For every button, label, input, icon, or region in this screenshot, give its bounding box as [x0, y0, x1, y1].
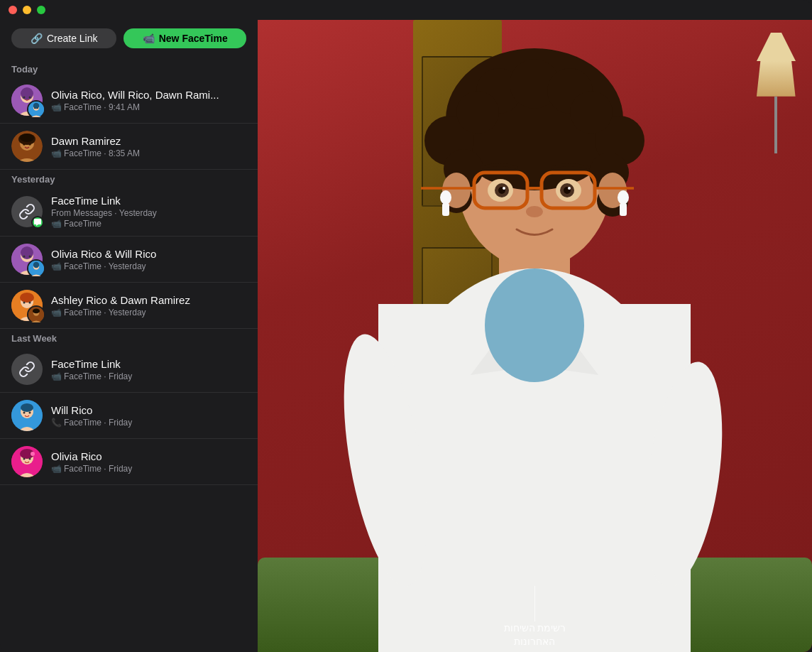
maximize-button[interactable] [37, 6, 45, 14]
svg-point-31 [33, 309, 40, 314]
call-info-link-yesterday: FaceTime Link From Messages · Yesterday … [51, 195, 246, 229]
call-item-link-friday[interactable]: FaceTime Link 📹 FaceTime · Friday [0, 347, 258, 393]
avatar-group-olivia-will [11, 244, 43, 275]
svg-point-34 [21, 403, 33, 412]
call-name-dawn: Dawn Ramirez [51, 135, 246, 147]
svg-point-40 [23, 458, 26, 460]
svg-point-68 [618, 190, 629, 205]
avatar-olivia-last [11, 446, 43, 477]
main-layout: 🔗 Create Link 📹 New FaceTime Today [0, 20, 812, 652]
call-sub-olivia: 📹 FaceTime · Friday [51, 464, 246, 474]
svg-point-7 [33, 103, 39, 109]
svg-point-36 [29, 412, 31, 414]
call-item-link-yesterday[interactable]: FaceTime Link From Messages · Yesterday … [0, 188, 258, 237]
svg-point-4 [29, 97, 31, 99]
link-icon: 🔗 [31, 33, 43, 44]
svg-point-41 [29, 458, 31, 460]
call-name-link-yesterday: FaceTime Link [51, 195, 246, 207]
call-name-olivia: Olivia Rico [51, 450, 246, 462]
svg-point-62 [456, 91, 499, 134]
avatar-olivia-img [11, 446, 43, 477]
svg-point-23 [33, 262, 39, 268]
app-window: 🔗 Create Link 📹 New FaceTime Today [0, 0, 812, 652]
traffic-lights [9, 6, 45, 14]
annotation-text: רשימת השיחותהאחרונות [504, 621, 566, 652]
svg-rect-69 [620, 203, 627, 216]
call-sub-olivia-will: 📹 FaceTime · Yesterday [51, 261, 246, 271]
annotation-line [534, 586, 535, 621]
call-info-olivia: Olivia Rico 📹 FaceTime · Friday [51, 450, 246, 474]
video-icon: 📹 [51, 102, 62, 112]
call-sub-ashley-dawn: 📹 FaceTime · Yesterday [51, 308, 246, 317]
svg-point-3 [23, 97, 26, 99]
sidebar: 🔗 Create Link 📹 New FaceTime Today [0, 20, 258, 652]
svg-point-35 [23, 412, 26, 414]
person-svg [258, 20, 812, 652]
svg-point-27 [23, 302, 26, 304]
svg-point-14 [28, 143, 31, 146]
messages-badge [31, 216, 44, 229]
call-sub-dawn: 📹 FaceTime · 8:35 AM [51, 148, 246, 158]
create-link-label: Create Link [47, 33, 98, 44]
svg-point-9 [37, 107, 38, 109]
call-item-olivia-will[interactable]: Olivia Rico & Will Rico 📹 FaceTime · Yes… [0, 237, 258, 283]
avatar-will-img [11, 400, 43, 431]
call-name-will: Will Rico [51, 404, 246, 416]
avatar-link-friday [11, 354, 43, 385]
call-info-dawn: Dawn Ramirez 📹 FaceTime · 8:35 AM [51, 135, 246, 158]
title-bar [0, 0, 812, 20]
create-link-button[interactable]: 🔗 Create Link [11, 28, 116, 48]
svg-point-42 [31, 452, 35, 456]
video-cam-icon: 📹 [143, 33, 155, 44]
call-info-olivia-will: Olivia Rico & Will Rico 📹 FaceTime · Yes… [51, 248, 246, 271]
call-item-dawn[interactable]: Dawn Ramirez 📹 FaceTime · 8:35 AM [0, 124, 258, 170]
svg-point-48 [485, 268, 584, 382]
call-info-will: Will Rico 📞 FaceTime · Friday [51, 404, 246, 428]
avatar-will [11, 400, 43, 431]
svg-point-78 [503, 187, 505, 190]
avatar-will-sm-2 [27, 259, 45, 278]
svg-rect-67 [442, 203, 449, 216]
call-info-link-friday: FaceTime Link 📹 FaceTime · Friday [51, 358, 246, 381]
call-sub-olivia-will-dawn: 📹 FaceTime · 9:41 AM [51, 102, 246, 112]
video-icon-dawn: 📹 [51, 148, 62, 158]
section-header-last-week: Last Week [0, 329, 258, 347]
svg-point-19 [23, 256, 26, 258]
call-sub-link-friday: 📹 FaceTime · Friday [51, 371, 246, 381]
avatar-dawn-sm [27, 305, 45, 324]
call-name-olivia-will: Olivia Rico & Will Rico [51, 248, 246, 260]
new-facetime-button[interactable]: 📹 New FaceTime [124, 28, 246, 48]
video-icon-olivia: 📹 [51, 464, 62, 474]
button-bar: 🔗 Create Link 📹 New FaceTime [0, 20, 258, 60]
svg-point-13 [23, 143, 26, 146]
call-sub-link-yesterday-2: 📹 FaceTime [51, 219, 246, 229]
svg-point-2 [21, 87, 33, 100]
avatar-link-yesterday [11, 196, 43, 227]
close-button[interactable] [9, 6, 17, 14]
call-list: Today [0, 60, 258, 652]
avatar-dawn-img [11, 131, 43, 162]
video-icon-ad: 📹 [51, 308, 62, 317]
call-name-olivia-will-dawn: Olivia Rico, Will Rico, Dawn Rami... [51, 89, 246, 101]
section-header-yesterday: Yesterday [0, 170, 258, 188]
svg-point-82 [568, 187, 571, 190]
svg-point-26 [20, 293, 34, 303]
svg-point-15 [20, 134, 34, 142]
call-item-olivia-will-dawn[interactable]: Olivia Rico, Will Rico, Dawn Rami... 📹 F… [0, 77, 258, 124]
video-icon-ow: 📹 [51, 261, 62, 271]
content-area: רשימת השיחותהאחרונות [258, 20, 812, 652]
avatar-group-ashley-dawn [11, 290, 43, 321]
video-scene: רשימת השיחותהאחרונות [258, 20, 812, 652]
svg-point-20 [29, 256, 31, 258]
avatar-dawn [11, 131, 43, 162]
avatar-will-sm [27, 100, 45, 119]
svg-point-63 [570, 91, 613, 134]
call-item-olivia[interactable]: Olivia Rico 📹 FaceTime · Friday [0, 439, 258, 485]
svg-point-66 [440, 190, 451, 205]
minimize-button[interactable] [23, 6, 31, 14]
call-info-ashley-dawn: Ashley Rico & Dawn Ramirez 📹 FaceTime · … [51, 294, 246, 317]
call-item-ashley-dawn[interactable]: Ashley Rico & Dawn Ramirez 📹 FaceTime · … [0, 283, 258, 329]
video-icon-link: 📹 [51, 219, 62, 229]
section-header-today: Today [0, 60, 258, 77]
call-item-will[interactable]: Will Rico 📞 FaceTime · Friday [0, 393, 258, 439]
